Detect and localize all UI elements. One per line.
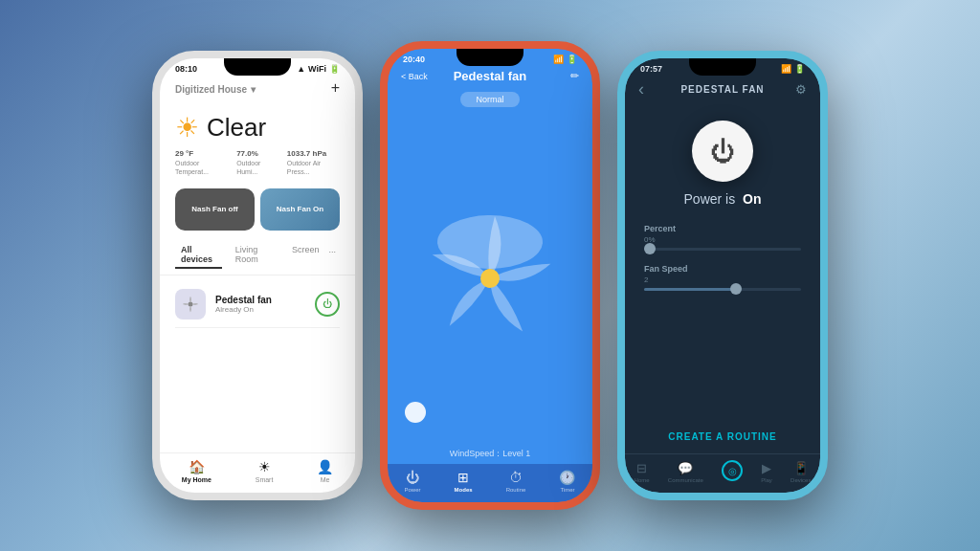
tab-all-devices[interactable]: All devices — [175, 242, 222, 269]
time-2: 20:40 — [403, 55, 425, 64]
power-on-icon: ⏻ — [710, 137, 735, 166]
screen-3: 07:57 📶 🔋 ‹ PEDESTAL FAN ⚙ ⏻ Power is On… — [625, 58, 820, 493]
fan-speed-label: Fan Speed — [644, 264, 801, 274]
p3-home-icon: ⊟ — [636, 461, 647, 475]
status-icons-1: ▲ WiFi 🔋 — [297, 64, 340, 74]
p1-device-list: Pedestal fan Already On ⏻ — [160, 276, 355, 452]
phone-2: 20:40 📶 🔋 < Back Pedestal fan ✏ Normal — [380, 41, 600, 510]
p2-header: < Back Pedestal fan ✏ — [388, 66, 592, 88]
play-icon: ▶ — [762, 461, 771, 475]
time-3: 07:57 — [640, 64, 662, 74]
p2-nav-routine-label: Routine — [506, 487, 526, 493]
nav-home-label: My Home — [182, 476, 212, 483]
p3-back-button[interactable]: ‹ — [638, 79, 644, 99]
fan-speed-slider-fill — [644, 288, 732, 291]
me-icon: 👤 — [317, 459, 333, 474]
p2-nav-timer-label: Timer — [560, 487, 574, 493]
alexa-icon: ◎ — [722, 460, 743, 481]
nav-smart-label: Smart — [256, 476, 274, 483]
p3-nav-communicate-label: Communicate — [668, 477, 703, 483]
p3-nav-play[interactable]: ▶ Play — [761, 461, 772, 483]
fan-speed-value: 2 — [644, 276, 801, 284]
p1-tabs: All devices Living Room Screen ... — [160, 238, 355, 276]
p2-nav-timer[interactable]: 🕐 Timer — [559, 470, 575, 493]
modes-nav-icon: ⊞ — [457, 470, 469, 485]
fan-speed-slider-track — [644, 288, 801, 291]
notch-1 — [224, 58, 291, 76]
p1-weather: ☀ Clear — [160, 102, 355, 149]
p3-nav-home-label: Home — [635, 477, 650, 483]
p3-bottom-nav: ⊟ Home 💬 Communicate ◎ ▶ Play 📱 Devices — [625, 453, 820, 493]
p2-nav-power[interactable]: ⏻ Power — [405, 470, 421, 493]
smart-icon: ☀ — [258, 459, 271, 474]
power-button[interactable]: ⏻ — [692, 121, 753, 182]
weather-condition: Clear — [207, 113, 266, 143]
speed-indicator — [405, 402, 426, 423]
p3-nav-communicate[interactable]: 💬 Communicate — [668, 461, 703, 483]
fan-on-button[interactable]: Nash Fan On — [260, 188, 340, 231]
screen-2: 20:40 📶 🔋 < Back Pedestal fan ✏ Normal — [388, 49, 592, 502]
p1-bottom-nav: 🏠 My Home ☀ Smart 👤 Me — [160, 452, 355, 493]
p1-weather-details: 29 °F Outdoor Temperat... 77.0% Outdoor … — [160, 149, 355, 185]
percent-slider-thumb[interactable] — [644, 243, 656, 254]
create-routine-button[interactable]: CREATE A ROUTINE — [668, 431, 776, 442]
tab-living-room[interactable]: Living Room — [230, 242, 278, 269]
p3-routine-section: CREATE A ROUTINE — [625, 417, 820, 453]
back-button[interactable]: < Back — [401, 72, 428, 81]
fan-off-button[interactable]: Nash Fan off — [175, 188, 255, 231]
devices-icon: 📱 — [793, 461, 809, 475]
p2-nav-modes-label: Modes — [455, 487, 473, 493]
p1-fan-buttons: Nash Fan off Nash Fan On — [160, 185, 355, 238]
communicate-icon: 💬 — [678, 461, 693, 475]
sun-icon: ☀ — [175, 112, 199, 143]
notch-3 — [689, 58, 756, 76]
fan-speed-slider-thumb[interactable] — [730, 283, 742, 295]
device-status: Already On — [215, 305, 305, 314]
fan-speed-control: Fan Speed 2 — [644, 264, 801, 291]
nav-home[interactable]: 🏠 My Home — [182, 459, 212, 483]
p3-controls: Percent 0% Fan Speed 2 — [625, 218, 820, 417]
percent-label: Percent — [644, 224, 801, 233]
routine-nav-icon: ⏱ — [509, 470, 523, 485]
power-nav-icon: ⏻ — [406, 470, 419, 485]
p3-header: ‹ PEDESTAL FAN ⚙ — [625, 76, 820, 105]
p2-mode-badge: Normal — [388, 88, 592, 115]
p3-nav-home[interactable]: ⊟ Home — [635, 461, 650, 483]
device-avatar — [175, 289, 206, 320]
p2-nav-routine[interactable]: ⏱ Routine — [506, 470, 526, 493]
p3-nav-devices[interactable]: 📱 Devices — [791, 461, 811, 483]
tab-screen[interactable]: Screen — [286, 242, 325, 269]
percent-value: 0% — [644, 235, 801, 244]
p2-wind-speed: WindSpeed：Level 1 — [388, 442, 592, 464]
fan-svg — [413, 202, 567, 355]
temp-detail: 29 °F Outdoor Temperat... — [175, 149, 229, 177]
power-status: Power is On — [684, 191, 762, 207]
device-pedestal-fan[interactable]: Pedestal fan Already On ⏻ — [175, 281, 340, 328]
notch-2 — [457, 49, 523, 66]
p2-bottom-nav: ⏻ Power ⊞ Modes ⏱ Routine 🕐 Timer — [388, 464, 592, 502]
timer-nav-icon: 🕐 — [559, 470, 575, 485]
nav-me[interactable]: 👤 Me — [317, 459, 333, 483]
svg-point-2 — [480, 269, 500, 288]
p1-header: Digitized House ▾ + — [160, 76, 355, 102]
p3-power-section: ⏻ Power is On — [625, 105, 820, 218]
device-power-button[interactable]: ⏻ — [315, 292, 340, 317]
nav-me-label: Me — [321, 476, 330, 483]
p2-title: Pedestal fan — [454, 69, 527, 83]
p1-add-icon[interactable]: + — [331, 79, 340, 97]
settings-icon[interactable]: ⚙ — [795, 82, 807, 97]
p3-nav-alexa[interactable]: ◎ — [722, 460, 743, 483]
p3-title: PEDESTAL FAN — [680, 84, 764, 95]
edit-icon[interactable]: ✏ — [570, 70, 579, 82]
p3-nav-play-label: Play — [761, 477, 772, 483]
humidity-detail: 77.0% Outdoor Humi... — [236, 149, 279, 177]
status-icons-3: 📶 🔋 — [781, 64, 805, 74]
nav-smart[interactable]: ☀ Smart — [256, 459, 274, 483]
mode-badge-text[interactable]: Normal — [460, 92, 519, 107]
tab-more[interactable]: ... — [324, 242, 340, 269]
pressure-detail: 1033.7 hPa Outdoor Air Press... — [287, 149, 340, 177]
phone-1: 08:10 ▲ WiFi 🔋 Digitized House ▾ + ☀ Cle… — [152, 51, 363, 500]
device-info: Pedestal fan Already On — [215, 295, 305, 314]
p2-nav-modes[interactable]: ⊞ Modes — [455, 470, 473, 493]
status-icons-2: 📶 🔋 — [553, 55, 577, 64]
